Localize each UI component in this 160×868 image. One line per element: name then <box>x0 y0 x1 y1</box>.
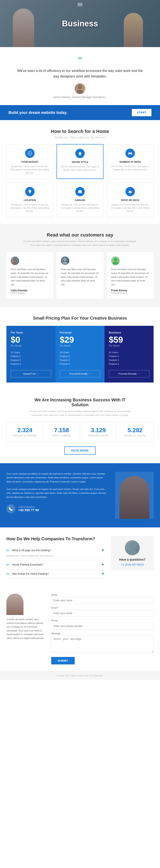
pricing-grid: For Team $0 Per Month 15 Users Feature 2… <box>6 326 154 382</box>
hero-title: Business <box>62 19 98 28</box>
how-sample: Sample text. Click to select the Text El… <box>6 136 154 139</box>
testimonials-intro: Ut enim ad minim veniam, quis nostrud ex… <box>23 240 137 247</box>
card-beds: NUMBER OF BEDS Click to select the text … <box>107 144 154 179</box>
transform-left: How Do We Help Companies To Transform? 0… <box>6 536 105 579</box>
faq-question-1[interactable]: 02. House Painting Essentials? ▼ <box>6 563 105 567</box>
form-group-email: Email * <box>51 607 154 617</box>
testimonials-section: Read what our customers say Ut enim ad m… <box>0 224 160 307</box>
pricing-team-features: 15 Users Feature 2 Feature 3 Feature 4 <box>11 350 51 366</box>
hero-person-left <box>13 8 34 47</box>
test-text-3: Proin sed libero erat sed faucibus turpi… <box>111 268 149 286</box>
test-text-2: Proin sed libero erat sed faucibus turpi… <box>61 268 99 286</box>
quote-text: We've seen a lot of efficiency in our wo… <box>17 68 143 79</box>
how-section: How to Search for a Home Sample text. Cl… <box>0 120 160 224</box>
footer-hint-text: Sample text. Click to select the Text El… <box>56 674 104 677</box>
hamburger-menu[interactable] <box>78 3 82 6</box>
faq-question-2[interactable]: 03. Plan Ahead For Home Painting? ▼ <box>6 572 105 576</box>
card-beds-title: NUMBER OF BEDS <box>111 160 150 163</box>
cta-banner: Build your dream website today. START <box>0 105 160 120</box>
chevron-down-icon-1: ▼ <box>101 563 105 567</box>
test-avatar-3 <box>111 256 120 265</box>
hq-title: Have a questions? <box>115 558 149 561</box>
svg-rect-14 <box>128 192 132 193</box>
form-input-email[interactable] <box>51 610 154 617</box>
form-input-name[interactable] <box>51 597 154 604</box>
footer-hint: Sample text. Click to select the Text El… <box>0 671 160 680</box>
pricing-business-feat-3: Feature 4 <box>109 362 149 366</box>
stats-text: Ut enim ad minim veniam, quis nostrud ex… <box>27 409 133 417</box>
read-more-btn[interactable]: READ MORE <box>65 446 95 455</box>
card-patio-title: PATIO OR DECK <box>111 199 150 202</box>
hq-person <box>125 540 140 555</box>
svg-rect-7 <box>129 152 130 153</box>
it-call-label: Call Us Anytime <box>18 505 39 508</box>
pricing-personal-feat-0: 15 Users <box>60 350 100 354</box>
form-label-phone: Phone <box>51 619 154 622</box>
svg-point-18 <box>13 258 17 261</box>
hero-section: Business <box>0 0 160 47</box>
form-label-name: Name <box>51 594 154 596</box>
pricing-personal-btn[interactable]: Proceed Annually → <box>60 370 100 377</box>
form-input-phone[interactable] <box>51 623 154 629</box>
stats-section: We Are Increasing Business Success With … <box>0 389 160 463</box>
chevron-down-icon-0: ▼ <box>101 549 105 552</box>
how-title: How to Search for a Home <box>6 129 154 134</box>
test-role-1: CEO Company <box>11 292 49 294</box>
pricing-team-price: $0 <box>11 335 51 344</box>
form-textarea-message[interactable] <box>51 636 154 653</box>
test-name-1: Celia Almeida <box>11 289 49 292</box>
author-avatar-svg <box>75 83 85 94</box>
pricing-personal-label: Personal <box>60 331 100 334</box>
faq-text-2: Plan Ahead For Home Painting? <box>12 572 49 576</box>
submit-button[interactable]: SUBMIT <box>51 657 75 664</box>
test-role-3: Financial Director <box>111 292 149 294</box>
card-budget-title: YOUR BUDGET <box>10 160 49 163</box>
pricing-business-label: Business <box>109 331 149 334</box>
card-budget-text: Sample text. Click to select the text bo… <box>10 165 49 175</box>
pricing-team: For Team $0 Per Month 15 Users Feature 2… <box>6 326 55 382</box>
svg-rect-8 <box>130 152 132 153</box>
svg-point-0 <box>78 85 82 89</box>
card-patio: PATIO OR DECK Sample text. Click to sele… <box>107 182 154 217</box>
pricing-personal-feat-1: Feature 2 <box>60 354 100 358</box>
svg-rect-17 <box>130 193 131 193</box>
stat-number-1: 7.158 <box>45 427 78 434</box>
testimonials-title: Read what our customers say <box>6 232 154 238</box>
pricing-team-btn[interactable]: Upload Free → <box>11 370 51 377</box>
faq-item-0[interactable]: 01. What is off page seo link building? … <box>6 546 105 560</box>
card-location: LOCATION Sample text. Click to select th… <box>6 182 53 217</box>
card-house: HOUSE STYLE Click to select the text box… <box>56 144 103 179</box>
author-avatar <box>75 83 85 94</box>
location-icon <box>25 187 35 196</box>
contact-form-container: Name Email * Phone Message SUBMIT <box>51 594 154 664</box>
stats-title: We Are Increasing Business Success With … <box>27 398 133 407</box>
test-avatar-2 <box>61 256 69 265</box>
pricing-title: Small Pricing Plan For Your Creative Bus… <box>6 316 154 321</box>
svg-point-11 <box>30 190 30 191</box>
stat-item-0: 2.324 PROJECTS FINISHED <box>7 423 43 441</box>
how-cards-grid: $ YOUR BUDGET Sample text. Click to sele… <box>6 144 154 217</box>
house-icon-svg <box>78 151 82 156</box>
faq-item-2[interactable]: 03. Plan Ahead For Home Painting? ▼ <box>6 569 105 579</box>
stat-label-0: PROJECTS FINISHED <box>9 435 41 437</box>
faq-item-1[interactable]: 02. House Painting Essentials? ▼ <box>6 560 105 569</box>
form-label-email: Email * <box>51 607 154 609</box>
card-beds-text: Click to select the text box. Click agai… <box>111 165 150 171</box>
faq-text-1: House Painting Essentials? <box>12 563 43 566</box>
faq-question-0[interactable]: 01. What is off page seo link building? … <box>6 549 105 552</box>
stat-item-1: 7.158 HAPPY CLIENTS <box>43 423 80 441</box>
form-group-phone: Phone <box>51 619 154 629</box>
card-house-title: HOUSE STYLE <box>61 161 99 163</box>
svg-point-23 <box>113 261 118 265</box>
transform-section: How Do We Help Companies To Transform? 0… <box>0 527 160 587</box>
cta-button[interactable]: START <box>132 109 152 116</box>
pricing-business-btn[interactable]: Proceed Annually → <box>109 370 149 377</box>
contact-person-img <box>6 594 24 615</box>
pricing-personal-period: Per Month <box>60 344 100 347</box>
card-location-title: LOCATION <box>10 199 49 202</box>
faq-number-1: 02. <box>6 563 10 566</box>
svg-rect-15 <box>129 191 131 192</box>
stats-grid: 2.324 PROJECTS FINISHED 7.158 HAPPY CLIE… <box>6 422 154 441</box>
card-budget: $ YOUR BUDGET Sample text. Click to sele… <box>6 144 53 179</box>
chevron-down-icon-2: ▼ <box>101 572 105 576</box>
